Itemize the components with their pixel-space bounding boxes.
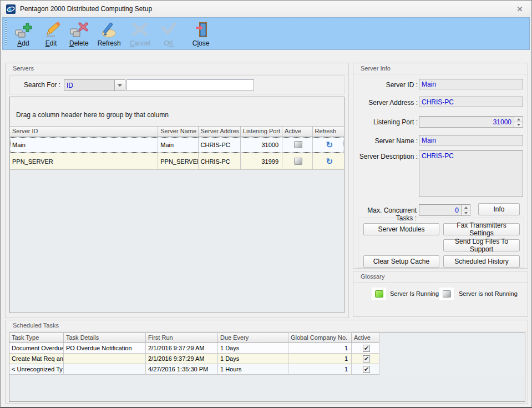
cell-due-every: 1 Days [218, 354, 288, 364]
spin-up-icon[interactable] [462, 205, 470, 210]
col-refresh[interactable]: Refresh [313, 127, 344, 137]
task-row[interactable]: Create Mat Req an 2/1/2016 9:37:29 AM 1 … [9, 354, 525, 364]
active-checkbox[interactable]: ✔ [363, 345, 370, 352]
toolbar: Add Edit [2, 17, 530, 50]
col-global-company-no[interactable]: Global Company No. [288, 333, 352, 343]
cell-server-id: Main [10, 137, 158, 153]
row-filler [379, 364, 525, 375]
close-label: Close [192, 39, 210, 47]
active-checkbox[interactable]: ✔ [363, 366, 370, 373]
scheduled-tasks-group: Scheduled Tasks Task Type Task Details F… [5, 320, 528, 404]
search-input[interactable] [126, 79, 254, 91]
cell-listening-port: 31999 [241, 153, 282, 170]
col-first-run[interactable]: First Run [146, 333, 218, 343]
spin-up-icon[interactable] [514, 117, 523, 122]
edit-icon [42, 21, 60, 39]
col-server-address[interactable]: Server Addres [199, 127, 241, 137]
cell-first-run: 2/1/2016 9:37:29 AM [146, 354, 218, 364]
refresh-label: Refresh [98, 39, 121, 47]
delete-button[interactable]: Delete [66, 20, 92, 48]
cell-task-details [64, 364, 146, 375]
server-name-label: Server Name : [357, 137, 418, 145]
add-button[interactable]: Add [11, 20, 36, 48]
cell-task-active[interactable]: ✔ [352, 354, 379, 364]
cell-task-active[interactable]: ✔ [352, 343, 379, 354]
listening-port-field[interactable]: 31000 [419, 116, 523, 128]
server-not-running-label: Server is not Running [459, 290, 518, 297]
max-concurrent-tasks-field[interactable]: 0 [419, 204, 470, 216]
group-by-hint: Drag a column header here to group by th… [16, 111, 169, 119]
cell-refresh[interactable]: ↻ [313, 153, 344, 170]
listening-port-spinner[interactable] [514, 117, 523, 127]
cell-first-run: 4/27/2016 1:35:30 PM [146, 364, 218, 375]
servers-grid: Drag a column header here to group by th… [9, 97, 344, 313]
task-row[interactable]: < Unrecognized Ty 4/27/2016 1:35:30 PM 1… [9, 364, 525, 375]
edit-button[interactable]: Edit [38, 20, 64, 48]
add-icon [14, 21, 33, 39]
close-button[interactable]: Close [188, 20, 214, 48]
cell-refresh[interactable]: ↻ [313, 137, 344, 153]
col-task-type[interactable]: Task Type [9, 333, 64, 343]
col-task-details[interactable]: Task Details [64, 333, 146, 343]
server-address-field[interactable]: CHRIS-PC [419, 97, 523, 107]
row-filler [379, 343, 525, 354]
glossary-group: Glossary Server Is Running Server is not… [353, 271, 528, 317]
toolbar-grip[interactable] [5, 20, 7, 47]
scheduled-history-button[interactable]: Scheduled History [443, 255, 520, 268]
row-refresh-icon[interactable]: ↻ [326, 157, 333, 165]
server-row[interactable]: PPN_SERVER PPN_SERVER CHRIS-PC 31999 ↻ [10, 153, 344, 170]
clear-setup-cache-button[interactable]: Clear Setup Cache [363, 255, 439, 268]
spin-down-icon[interactable] [514, 122, 523, 127]
cell-task-type: Create Mat Req an [9, 354, 64, 364]
running-icon-box [372, 288, 386, 300]
send-log-files-button[interactable]: Send Log Files To Support [443, 239, 520, 251]
server-not-running-icon [443, 290, 451, 298]
server-not-running-icon [294, 158, 302, 165]
col-active[interactable]: Active [282, 127, 312, 137]
col-server-name[interactable]: Server Name [158, 127, 198, 137]
server-row[interactable]: Main Main CHRIS-PC 31000 ↻ [10, 137, 344, 153]
chevron-down-icon [118, 84, 122, 87]
cell-due-every: 1 Days [218, 343, 288, 354]
cell-first-run: 2/1/2016 9:37:29 AM [146, 343, 218, 354]
info-button[interactable]: Info [478, 203, 520, 215]
window-close-icon[interactable]: ✕ [514, 5, 526, 13]
refresh-button[interactable]: Refresh [94, 20, 124, 48]
cell-task-details: PO Overdue Notification [64, 343, 146, 354]
max-tasks-spinner[interactable] [461, 205, 470, 215]
server-info-group-label: Server Info [353, 63, 528, 74]
servers-group: Servers Search For : ID Drag a column he… [5, 63, 349, 318]
col-task-active[interactable]: Active [352, 333, 379, 343]
cancel-label: Cancel [130, 39, 150, 47]
group-by-panel[interactable]: Drag a column header here to group by th… [10, 97, 344, 127]
ok-label: OK [164, 39, 173, 47]
server-id-field[interactable]: Main [419, 79, 523, 89]
server-name-field[interactable]: Main [419, 135, 523, 145]
cell-listening-port: 31000 [241, 137, 282, 153]
server-description-label: Server Description : [357, 153, 418, 160]
max-tasks-value: 0 [419, 205, 461, 215]
server-modules-button[interactable]: Server Modules [363, 223, 439, 235]
col-server-id[interactable]: Server ID [10, 127, 158, 137]
row-refresh-icon[interactable]: ↻ [326, 140, 333, 149]
col-due-every[interactable]: Due Every [218, 333, 288, 343]
scheduled-tasks-group-label: Scheduled Tasks [6, 320, 528, 331]
title-bar: Pentagon 2000 Distributed Computing Setu… [1, 1, 531, 17]
server-info-group: Server Info Server ID : Main Server Addr… [353, 63, 528, 269]
fax-transmitters-settings-button[interactable]: Fax Transmitters Settings [443, 223, 520, 235]
spin-down-icon[interactable] [462, 210, 470, 215]
cell-company-no: 1 [288, 354, 352, 364]
delete-icon [69, 21, 88, 39]
task-row[interactable]: Document Overdue PO Overdue Notification… [9, 343, 525, 354]
col-listening-port[interactable]: Listening Port [241, 127, 282, 137]
active-checkbox[interactable]: ✔ [363, 355, 370, 362]
edit-label: Edit [45, 39, 57, 47]
cell-task-active[interactable]: ✔ [352, 364, 379, 375]
app-window: Pentagon 2000 Distributed Computing Setu… [0, 0, 532, 408]
cell-server-address: CHRIS-PC [199, 137, 241, 153]
cell-server-name: Main [158, 137, 198, 153]
server-description-field[interactable]: CHRIS-PC [419, 150, 523, 197]
dropdown-button[interactable] [114, 80, 125, 90]
cell-company-no: 1 [288, 343, 352, 354]
search-field-dropdown[interactable]: ID [64, 79, 125, 91]
